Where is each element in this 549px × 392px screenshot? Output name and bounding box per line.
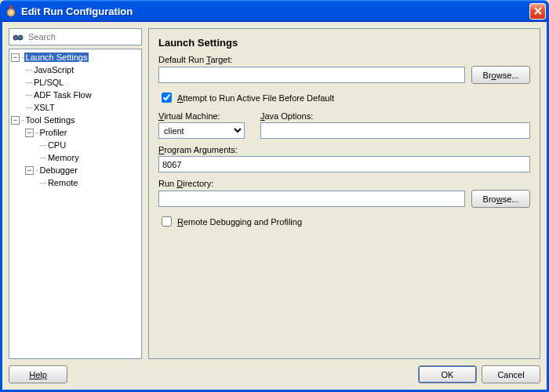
tree-item-plsql[interactable]: PL/SQL — [32, 78, 66, 87]
tree-toggle[interactable]: − — [11, 116, 20, 125]
search-input[interactable] — [27, 31, 138, 42]
tree-item-remote[interactable]: Remote — [46, 178, 80, 187]
help-button[interactable]: Help — [9, 365, 67, 383]
remote-debugging-checkbox[interactable] — [162, 216, 172, 227]
tree-item-cpu[interactable]: CPU — [46, 140, 67, 150]
tree-item-xslt[interactable]: XSLT — [32, 103, 56, 112]
tree-toggle[interactable]: − — [11, 53, 20, 62]
program-arguments-input[interactable] — [158, 156, 530, 172]
default-run-target-label: Default Run Target: — [158, 55, 530, 64]
panel-title: Launch Settings — [158, 37, 530, 49]
tree-item-adf-task-flow[interactable]: ADF Task Flow — [32, 90, 93, 100]
close-button[interactable] — [529, 3, 546, 20]
title-bar: Edit Run Configuration — [0, 0, 549, 22]
svg-point-1 — [9, 11, 13, 14]
java-options-input[interactable] — [260, 122, 530, 139]
attempt-run-label: Attempt to Run Active File Before Defaul… — [177, 93, 334, 103]
attempt-run-checkbox[interactable] — [162, 93, 172, 103]
app-icon — [5, 5, 17, 17]
browse-target-button[interactable]: Browse... — [471, 66, 530, 84]
program-arguments-label: Program Arguments: — [158, 145, 530, 154]
remote-debugging-label: Remote Debugging and Profiling — [177, 217, 302, 227]
run-directory-label: Run Directory: — [158, 179, 530, 188]
default-run-target-input[interactable] — [158, 67, 465, 83]
svg-rect-2 — [9, 5, 13, 9]
ok-button[interactable]: OK — [418, 365, 477, 383]
tree-toggle[interactable]: − — [25, 166, 34, 175]
window-title: Edit Run Configuration — [21, 5, 529, 17]
binoculars-icon — [13, 31, 24, 42]
tree-item-launch-settings[interactable]: Launch Settings — [24, 53, 89, 62]
cancel-button[interactable]: Cancel — [482, 365, 540, 383]
search-box[interactable] — [9, 28, 142, 45]
tree-item-javascript[interactable]: JavaScript — [32, 65, 75, 74]
svg-rect-5 — [16, 36, 20, 38]
sidebar: −··Launch Settings ·····JavaScript ·····… — [9, 28, 142, 359]
tree-toggle[interactable]: − — [25, 129, 34, 137]
tree-item-debugger[interactable]: Debugger — [38, 165, 79, 175]
virtual-machine-label: Virtual Machine: — [158, 111, 245, 121]
nav-tree: −··Launch Settings ·····JavaScript ·····… — [9, 49, 142, 359]
tree-item-memory[interactable]: Memory — [46, 153, 81, 162]
browse-directory-button[interactable]: Browse... — [471, 190, 530, 208]
settings-panel: Launch Settings Default Run Target: Brow… — [148, 28, 540, 359]
button-bar: Help OK Cancel — [9, 359, 540, 383]
java-options-label: Java Options: — [260, 111, 530, 121]
tree-item-profiler[interactable]: Profiler — [38, 128, 69, 137]
tree-item-tool-settings[interactable]: Tool Settings — [24, 115, 77, 125]
run-directory-input[interactable] — [158, 191, 465, 207]
virtual-machine-select[interactable]: client — [158, 122, 245, 139]
window-body: −··Launch Settings ·····JavaScript ·····… — [0, 22, 549, 392]
